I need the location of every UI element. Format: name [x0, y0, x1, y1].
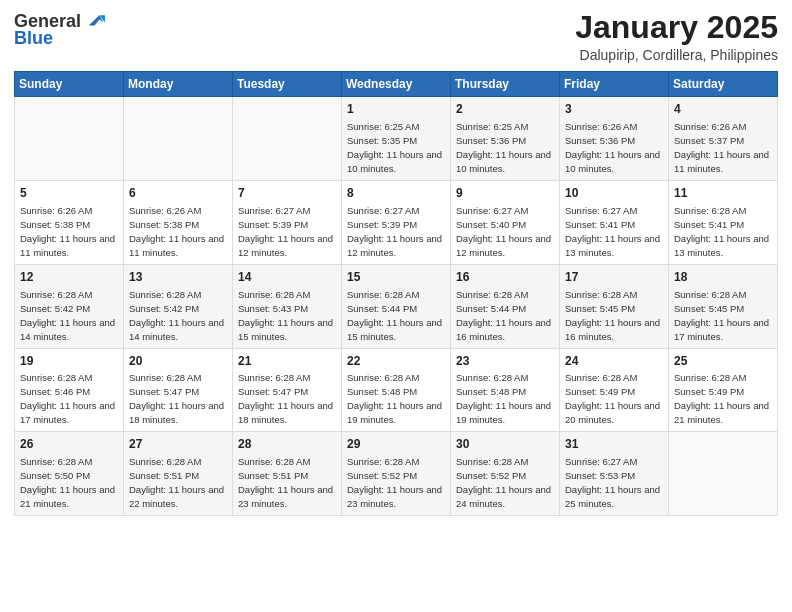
day-info: Sunrise: 6:28 AMSunset: 5:42 PMDaylight:… [20, 289, 115, 342]
day-cell: 28Sunrise: 6:28 AMSunset: 5:51 PMDayligh… [233, 432, 342, 516]
day-cell: 27Sunrise: 6:28 AMSunset: 5:51 PMDayligh… [124, 432, 233, 516]
day-cell: 29Sunrise: 6:28 AMSunset: 5:52 PMDayligh… [342, 432, 451, 516]
day-cell: 22Sunrise: 6:28 AMSunset: 5:48 PMDayligh… [342, 348, 451, 432]
day-number: 4 [674, 101, 772, 118]
day-number: 1 [347, 101, 445, 118]
day-info: Sunrise: 6:28 AMSunset: 5:48 PMDaylight:… [347, 372, 442, 425]
day-info: Sunrise: 6:28 AMSunset: 5:49 PMDaylight:… [674, 372, 769, 425]
day-cell: 26Sunrise: 6:28 AMSunset: 5:50 PMDayligh… [15, 432, 124, 516]
day-cell: 16Sunrise: 6:28 AMSunset: 5:44 PMDayligh… [451, 264, 560, 348]
day-info: Sunrise: 6:28 AMSunset: 5:51 PMDaylight:… [129, 456, 224, 509]
day-cell: 14Sunrise: 6:28 AMSunset: 5:43 PMDayligh… [233, 264, 342, 348]
header-thursday: Thursday [451, 72, 560, 97]
day-number: 12 [20, 269, 118, 286]
day-info: Sunrise: 6:25 AMSunset: 5:36 PMDaylight:… [456, 121, 551, 174]
day-info: Sunrise: 6:28 AMSunset: 5:52 PMDaylight:… [347, 456, 442, 509]
logo-icon [83, 10, 105, 32]
day-info: Sunrise: 6:28 AMSunset: 5:45 PMDaylight:… [565, 289, 660, 342]
day-number: 20 [129, 353, 227, 370]
day-cell: 24Sunrise: 6:28 AMSunset: 5:49 PMDayligh… [560, 348, 669, 432]
day-info: Sunrise: 6:28 AMSunset: 5:47 PMDaylight:… [238, 372, 333, 425]
day-number: 19 [20, 353, 118, 370]
day-number: 30 [456, 436, 554, 453]
week-row-2: 5Sunrise: 6:26 AMSunset: 5:38 PMDaylight… [15, 180, 778, 264]
day-number: 11 [674, 185, 772, 202]
day-number: 29 [347, 436, 445, 453]
day-cell [233, 97, 342, 181]
day-cell: 19Sunrise: 6:28 AMSunset: 5:46 PMDayligh… [15, 348, 124, 432]
day-info: Sunrise: 6:28 AMSunset: 5:50 PMDaylight:… [20, 456, 115, 509]
day-cell: 25Sunrise: 6:28 AMSunset: 5:49 PMDayligh… [669, 348, 778, 432]
day-number: 7 [238, 185, 336, 202]
day-number: 14 [238, 269, 336, 286]
day-cell: 21Sunrise: 6:28 AMSunset: 5:47 PMDayligh… [233, 348, 342, 432]
day-cell: 13Sunrise: 6:28 AMSunset: 5:42 PMDayligh… [124, 264, 233, 348]
day-cell: 7Sunrise: 6:27 AMSunset: 5:39 PMDaylight… [233, 180, 342, 264]
day-number: 17 [565, 269, 663, 286]
day-number: 16 [456, 269, 554, 286]
day-cell: 20Sunrise: 6:28 AMSunset: 5:47 PMDayligh… [124, 348, 233, 432]
day-info: Sunrise: 6:28 AMSunset: 5:46 PMDaylight:… [20, 372, 115, 425]
day-cell: 8Sunrise: 6:27 AMSunset: 5:39 PMDaylight… [342, 180, 451, 264]
day-cell: 31Sunrise: 6:27 AMSunset: 5:53 PMDayligh… [560, 432, 669, 516]
day-number: 27 [129, 436, 227, 453]
day-number: 25 [674, 353, 772, 370]
header-monday: Monday [124, 72, 233, 97]
day-number: 26 [20, 436, 118, 453]
day-info: Sunrise: 6:28 AMSunset: 5:52 PMDaylight:… [456, 456, 551, 509]
week-row-3: 12Sunrise: 6:28 AMSunset: 5:42 PMDayligh… [15, 264, 778, 348]
day-cell: 17Sunrise: 6:28 AMSunset: 5:45 PMDayligh… [560, 264, 669, 348]
day-cell [15, 97, 124, 181]
day-number: 5 [20, 185, 118, 202]
header-saturday: Saturday [669, 72, 778, 97]
day-number: 21 [238, 353, 336, 370]
day-cell: 12Sunrise: 6:28 AMSunset: 5:42 PMDayligh… [15, 264, 124, 348]
day-number: 24 [565, 353, 663, 370]
day-cell: 23Sunrise: 6:28 AMSunset: 5:48 PMDayligh… [451, 348, 560, 432]
month-title: January 2025 [575, 10, 778, 45]
day-number: 8 [347, 185, 445, 202]
header-wednesday: Wednesday [342, 72, 451, 97]
day-number: 13 [129, 269, 227, 286]
day-info: Sunrise: 6:27 AMSunset: 5:41 PMDaylight:… [565, 205, 660, 258]
location-title: Dalupirip, Cordillera, Philippines [575, 47, 778, 63]
day-cell: 10Sunrise: 6:27 AMSunset: 5:41 PMDayligh… [560, 180, 669, 264]
weekday-header-row: Sunday Monday Tuesday Wednesday Thursday… [15, 72, 778, 97]
day-cell: 18Sunrise: 6:28 AMSunset: 5:45 PMDayligh… [669, 264, 778, 348]
logo: General Blue [14, 10, 105, 49]
day-number: 31 [565, 436, 663, 453]
day-cell: 15Sunrise: 6:28 AMSunset: 5:44 PMDayligh… [342, 264, 451, 348]
page: General Blue January 2025 Dalupirip, Cor… [0, 0, 792, 612]
header-friday: Friday [560, 72, 669, 97]
title-block: January 2025 Dalupirip, Cordillera, Phil… [575, 10, 778, 63]
day-number: 28 [238, 436, 336, 453]
day-info: Sunrise: 6:27 AMSunset: 5:39 PMDaylight:… [238, 205, 333, 258]
day-info: Sunrise: 6:26 AMSunset: 5:37 PMDaylight:… [674, 121, 769, 174]
day-info: Sunrise: 6:27 AMSunset: 5:53 PMDaylight:… [565, 456, 660, 509]
week-row-1: 1Sunrise: 6:25 AMSunset: 5:35 PMDaylight… [15, 97, 778, 181]
day-info: Sunrise: 6:27 AMSunset: 5:39 PMDaylight:… [347, 205, 442, 258]
day-number: 6 [129, 185, 227, 202]
day-cell: 30Sunrise: 6:28 AMSunset: 5:52 PMDayligh… [451, 432, 560, 516]
day-number: 3 [565, 101, 663, 118]
logo-blue: Blue [14, 28, 53, 49]
calendar: Sunday Monday Tuesday Wednesday Thursday… [14, 71, 778, 516]
day-cell: 1Sunrise: 6:25 AMSunset: 5:35 PMDaylight… [342, 97, 451, 181]
day-info: Sunrise: 6:28 AMSunset: 5:45 PMDaylight:… [674, 289, 769, 342]
day-info: Sunrise: 6:28 AMSunset: 5:47 PMDaylight:… [129, 372, 224, 425]
day-info: Sunrise: 6:28 AMSunset: 5:49 PMDaylight:… [565, 372, 660, 425]
day-number: 15 [347, 269, 445, 286]
day-info: Sunrise: 6:26 AMSunset: 5:36 PMDaylight:… [565, 121, 660, 174]
day-cell: 11Sunrise: 6:28 AMSunset: 5:41 PMDayligh… [669, 180, 778, 264]
header: General Blue January 2025 Dalupirip, Cor… [14, 10, 778, 63]
day-number: 18 [674, 269, 772, 286]
day-info: Sunrise: 6:26 AMSunset: 5:38 PMDaylight:… [129, 205, 224, 258]
day-number: 22 [347, 353, 445, 370]
day-info: Sunrise: 6:28 AMSunset: 5:44 PMDaylight:… [456, 289, 551, 342]
day-number: 23 [456, 353, 554, 370]
header-sunday: Sunday [15, 72, 124, 97]
day-cell: 4Sunrise: 6:26 AMSunset: 5:37 PMDaylight… [669, 97, 778, 181]
day-cell: 9Sunrise: 6:27 AMSunset: 5:40 PMDaylight… [451, 180, 560, 264]
day-info: Sunrise: 6:28 AMSunset: 5:51 PMDaylight:… [238, 456, 333, 509]
day-number: 10 [565, 185, 663, 202]
